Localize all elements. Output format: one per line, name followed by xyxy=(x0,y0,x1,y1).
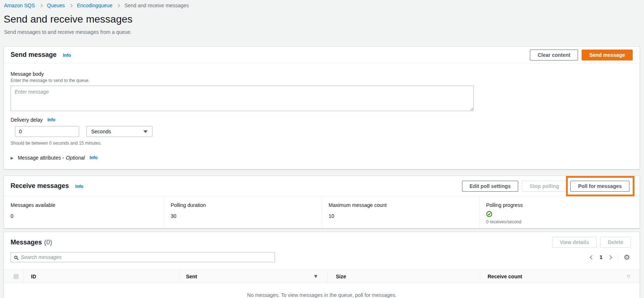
delivery-delay-constraint: Should be between 0 seconds and 15 minut… xyxy=(11,141,633,146)
stat-label: Polling duration xyxy=(171,202,322,208)
poll-for-messages-button[interactable]: Poll for messages xyxy=(570,181,629,192)
stat-maximum-message-count: Maximum message count 10 xyxy=(322,196,479,228)
column-label: Sent xyxy=(186,274,197,279)
receive-messages-panel-header: Receive messages Info Edit poll settings… xyxy=(4,176,640,196)
message-body-textarea[interactable] xyxy=(11,86,474,111)
stat-label: Messages available xyxy=(11,202,164,208)
polling-stats-row: Messages available 0 Polling duration 30… xyxy=(4,196,640,228)
receive-messages-panel-title: Receive messages xyxy=(11,182,69,189)
message-attributes-optional: Optional xyxy=(66,155,85,161)
receive-messages-info-link[interactable]: Info xyxy=(75,184,84,189)
message-attributes-label: Message attributes - xyxy=(18,155,64,161)
divider xyxy=(618,253,618,262)
sort-none-icon[interactable]: ▽ xyxy=(627,274,630,279)
stat-value: 10 xyxy=(329,213,479,219)
column-header-id[interactable]: ID xyxy=(23,270,179,283)
send-message-button[interactable]: Send message xyxy=(582,50,633,60)
column-header-receive-count[interactable]: Receive count ▽ xyxy=(480,270,640,283)
receives-per-second: 0 receives/second xyxy=(486,219,640,224)
column-label: Receive count xyxy=(488,274,522,279)
edit-poll-settings-button[interactable]: Edit poll settings xyxy=(462,181,519,192)
sqs-send-receive-page: { "ui": { "info": "Info" }, "colors": { … xyxy=(0,0,644,298)
page-number[interactable]: 1 xyxy=(600,254,602,260)
expand-caret-icon: ▶ xyxy=(11,156,13,160)
column-label: ID xyxy=(31,274,36,279)
send-message-info-link[interactable]: Info xyxy=(63,53,71,58)
stat-messages-available: Messages available 0 xyxy=(4,196,164,228)
pagination: 1 ⚙ xyxy=(590,253,630,262)
column-header-size[interactable]: Size xyxy=(327,270,480,283)
breadcrumb-current: Send and receive messages xyxy=(124,3,189,8)
messages-panel: Messages(0) View details Delete 1 ⚙ ID S… xyxy=(4,232,640,298)
stat-value: 0 xyxy=(11,213,164,219)
next-page-icon[interactable] xyxy=(608,255,612,260)
empty-table-message: No messages. To view messages in the que… xyxy=(4,283,640,298)
stat-label: Polling progress xyxy=(486,202,640,208)
select-all-checkbox xyxy=(13,274,19,279)
stat-polling-duration: Polling duration 30 xyxy=(164,196,322,228)
messages-panel-header: Messages(0) View details Delete xyxy=(4,232,640,248)
stat-label: Maximum message count xyxy=(329,202,479,208)
send-message-panel-title: Send message xyxy=(11,51,57,58)
chevron-right-icon xyxy=(69,4,73,7)
column-label: Size xyxy=(336,274,346,279)
send-message-panel-header: Send message Info Clear content Send mes… xyxy=(4,47,640,63)
gear-icon[interactable]: ⚙ xyxy=(624,254,630,261)
success-check-icon xyxy=(486,211,640,219)
breadcrumb: Amazon SQS Queues Encodingqueue Send and… xyxy=(4,3,189,8)
breadcrumb-link-queues[interactable]: Queues xyxy=(47,3,65,8)
breadcrumb-link-amazon-sqs[interactable]: Amazon SQS xyxy=(4,3,35,8)
chevron-right-icon xyxy=(39,4,43,7)
sort-descending-icon[interactable]: ▼ xyxy=(314,274,317,279)
messages-panel-title: Messages xyxy=(11,239,42,246)
delete-button: Delete xyxy=(600,237,631,248)
page-subtitle: Send messages to and receive messages fr… xyxy=(4,29,132,35)
messages-count: (0) xyxy=(44,239,52,246)
send-message-panel: Send message Info Clear content Send mes… xyxy=(4,46,640,169)
delivery-delay-unit-value: Seconds xyxy=(91,129,111,134)
delivery-delay-info-link[interactable]: Info xyxy=(47,117,55,122)
message-attributes-expander[interactable]: ▶ Message attributes - Optional Info xyxy=(11,155,633,161)
stat-value: 30 xyxy=(171,213,322,219)
message-body-description: Enter the message to send to the queue. xyxy=(11,78,633,83)
chevron-right-icon xyxy=(117,4,120,7)
delivery-delay-label: Delivery delay xyxy=(11,117,43,123)
select-all-checkbox-cell xyxy=(4,270,23,283)
stop-polling-button: Stop polling xyxy=(522,181,567,192)
chevron-down-icon xyxy=(143,130,148,133)
delivery-delay-input[interactable] xyxy=(15,126,79,137)
search-box[interactable] xyxy=(11,252,275,262)
stat-polling-progress: Polling progress 0 receives/second xyxy=(479,196,640,228)
breadcrumb-link-queue-name[interactable]: Encodingqueue xyxy=(77,3,112,8)
column-header-sent[interactable]: Sent ▼ xyxy=(179,270,327,283)
search-icon xyxy=(14,256,18,259)
message-body-label: Message body xyxy=(11,71,633,77)
view-details-button: View details xyxy=(552,237,597,248)
receive-messages-panel: Receive messages Info Edit poll settings… xyxy=(4,176,640,228)
search-input[interactable] xyxy=(21,254,271,260)
message-attributes-info-link[interactable]: Info xyxy=(90,155,98,160)
previous-page-icon[interactable] xyxy=(590,255,594,260)
delivery-delay-unit-select[interactable]: Seconds xyxy=(86,126,152,137)
page-title: Send and receive messages xyxy=(4,13,132,25)
messages-table-header: ID Sent ▼ Size Receive count ▽ xyxy=(4,270,640,283)
clear-content-button[interactable]: Clear content xyxy=(530,50,578,60)
messages-toolbar: 1 ⚙ xyxy=(4,248,640,262)
